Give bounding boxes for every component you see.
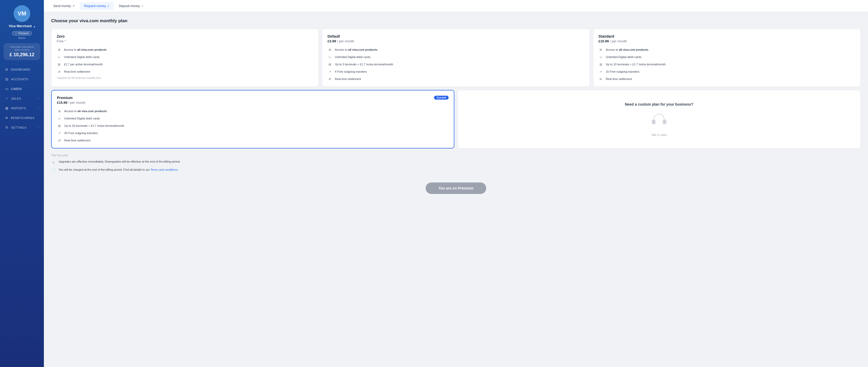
balance-label: AVAILABLE BALANCE bbox=[7, 46, 36, 48]
plan-feature: ▤ Up to 3 terminals + £1.7 /extra termin… bbox=[328, 62, 584, 67]
plan-name-standard: Standard bbox=[598, 34, 855, 38]
terminal-icon: ▤ bbox=[598, 62, 603, 67]
plan-feature: ▤ Up to 20 terminals + £1.7 /extra termi… bbox=[57, 123, 448, 128]
plan-feature: ▭ Unlimited Digital debit cards bbox=[57, 55, 313, 59]
plan-feature: ↗ 30 Free outgoing transfers bbox=[57, 131, 448, 135]
plan-feature: ⇄ Real time settlement bbox=[57, 138, 448, 143]
plans-top-row: Zero Free * ⊞ Access to all viva.com pro… bbox=[51, 29, 861, 87]
sidebar-item-sales[interactable]: ☆ SALES › bbox=[2, 94, 42, 103]
page-title: Choose your viva.com monthly plan bbox=[51, 18, 861, 24]
sidebar-item-reports[interactable]: ▦ REPORTS › bbox=[2, 104, 42, 113]
chevron-right-icon: › bbox=[38, 126, 39, 129]
plans-bottom-row: Premium £15.99 / per month Current ⊞ Acc… bbox=[51, 90, 861, 148]
deposit-money-label: Deposit money bbox=[119, 4, 140, 8]
settings-icon: ⚙ bbox=[5, 125, 9, 130]
chevron-right-icon: › bbox=[38, 107, 39, 110]
plan-feature: ▤ £1.7 per active terminal/month bbox=[57, 62, 313, 67]
grid-icon: ⊞ bbox=[57, 47, 61, 52]
deposit-money-button[interactable]: Deposit money ✓ bbox=[115, 2, 148, 10]
settlement-icon: ⇄ bbox=[328, 77, 332, 81]
plan-price-standard: £10.99 / per month bbox=[598, 39, 855, 43]
request-money-button[interactable]: Request money ↙ bbox=[80, 2, 114, 10]
settlement-icon: ⇄ bbox=[598, 77, 603, 81]
fine-print-section: The fine print ⊙ Upgrades are effective … bbox=[51, 154, 861, 173]
terminal-icon: ▤ bbox=[57, 123, 62, 128]
sidebar-item-label: CARDS bbox=[11, 87, 22, 90]
plan-name-default: Default bbox=[328, 34, 584, 38]
reports-icon: ▦ bbox=[5, 106, 9, 110]
topbar: Send money ↗ Request money ↙ Deposit mon… bbox=[44, 0, 868, 12]
plan-feature: ▭ Unlimited Digital debit cards bbox=[328, 55, 584, 59]
plan-header-standard: Standard £10.99 / per month bbox=[598, 34, 855, 43]
current-badge: Current bbox=[434, 96, 448, 100]
bottom-bar: You are on Premium bbox=[51, 178, 861, 198]
heart-icon: ♡ bbox=[15, 32, 17, 35]
request-money-label: Request money bbox=[84, 4, 106, 8]
sidebar-item-dashboard[interactable]: ⊞ DASHBOARD bbox=[2, 65, 42, 74]
plan-features-default: ⊞ Access to all viva.com products ▭ Unli… bbox=[328, 47, 584, 81]
plan-feature: ⊞ Access to all viva.com products bbox=[598, 47, 855, 52]
card-icon: ▭ bbox=[328, 55, 332, 59]
cards-icon: ▭ bbox=[5, 87, 9, 91]
dashboard-icon: ⊞ bbox=[5, 67, 8, 72]
sidebar-item-accounts[interactable]: ▤ ACCOUNTS bbox=[2, 75, 42, 84]
sidebar-item-label: REPORTS bbox=[11, 107, 26, 110]
plan-note-zero: *requires £3.99 minimum monthly fees bbox=[57, 77, 313, 80]
doc-icon: 📄 bbox=[51, 168, 56, 173]
sidebar: VM Viva Merchant ▾ ♡ Premium Admin AVAIL… bbox=[0, 0, 44, 367]
terminal-icon: ▤ bbox=[328, 62, 332, 67]
premium-badge: ♡ Premium bbox=[12, 31, 32, 35]
fine-print-item-2: 📄 You will be charged at the end of the … bbox=[51, 168, 861, 173]
sidebar-item-label: ACCOUNTS bbox=[11, 78, 28, 81]
plan-feature: ▭ Unlimited Digital debit cards bbox=[57, 116, 448, 121]
send-money-label: Send money bbox=[53, 4, 71, 8]
dropdown-arrow-icon[interactable]: ▾ bbox=[34, 25, 35, 28]
card-icon: ▭ bbox=[57, 55, 61, 59]
sidebar-nav: ⊞ DASHBOARD ▤ ACCOUNTS ▭ CARDS ☆ SALES ›… bbox=[0, 65, 44, 133]
you-are-on-premium-button[interactable]: You are on Premium bbox=[426, 182, 486, 194]
card-icon: ▭ bbox=[57, 116, 62, 121]
plan-price-zero: Free * bbox=[57, 39, 313, 43]
sidebar-item-beneficiaries[interactable]: ⊕ BENEFICIARIES bbox=[2, 113, 42, 122]
card-icon: ▭ bbox=[598, 55, 603, 59]
plan-header-zero: Zero Free * bbox=[57, 34, 313, 43]
content-area: Choose your viva.com monthly plan Zero F… bbox=[44, 12, 868, 367]
plan-feature: ▤ Up to 10 terminals + £1.7 /extra termi… bbox=[598, 62, 855, 67]
talk-to-sales-label: Talk to sales bbox=[651, 133, 667, 137]
fine-print-item-1: ⊙ Upgrades are effective immediately. Do… bbox=[51, 160, 861, 165]
sidebar-item-cards[interactable]: ▭ CARDS bbox=[2, 84, 42, 93]
admin-label: Admin bbox=[18, 36, 26, 39]
terms-link[interactable]: Terms and conditions. bbox=[150, 168, 178, 171]
terminal-icon: ▤ bbox=[57, 62, 61, 67]
plan-feature: ▭ Unlimited Digital debit cards bbox=[598, 55, 855, 59]
plan-feature: ⊞ Access to all viva.com products bbox=[328, 47, 584, 52]
plan-feature: ⊞ Access to all viva.com products bbox=[57, 109, 448, 113]
balance-sub: (Base currency) bbox=[7, 49, 36, 51]
plan-features-premium: ⊞ Access to all viva.com products ▭ Unli… bbox=[57, 109, 448, 143]
balance-box: AVAILABLE BALANCE (Base currency) £ 10,2… bbox=[4, 43, 40, 60]
plan-price-default: £3.99 / per month bbox=[328, 39, 584, 43]
plan-header-premium: Premium £15.99 / per month Current bbox=[57, 96, 448, 105]
fine-print-text-1: Upgrades are effective immediately. Down… bbox=[59, 160, 181, 163]
sidebar-item-label: BENEFICIARIES bbox=[11, 116, 34, 119]
plan-card-default: Default £3.99 / per month ⊞ Access to al… bbox=[322, 29, 590, 87]
plan-price-premium: £15.99 / per month bbox=[57, 101, 85, 105]
clock-icon: ⊙ bbox=[51, 160, 56, 165]
sales-icon: ☆ bbox=[5, 96, 9, 101]
fine-print-text-2: You will be charged at the end of the bi… bbox=[59, 168, 178, 171]
plan-card-custom: Need a custom plan for your business? Ta… bbox=[458, 90, 861, 148]
plan-name-premium: Premium bbox=[57, 96, 85, 100]
plan-features-zero: ⊞ Access to all viva.com products ▭ Unli… bbox=[57, 47, 313, 74]
plan-name-zero: Zero bbox=[57, 34, 313, 38]
chevron-right-icon: › bbox=[38, 97, 39, 100]
fine-print-title: The fine print bbox=[51, 154, 861, 157]
custom-plan-title: Need a custom plan for your business? bbox=[625, 102, 693, 106]
sidebar-item-label: DASHBOARD bbox=[11, 68, 30, 71]
sidebar-item-settings[interactable]: ⚙ SETTINGS › bbox=[2, 123, 42, 132]
settlement-icon: ⇄ bbox=[57, 69, 61, 74]
transfer-icon: ↗ bbox=[57, 131, 62, 135]
plan-features-standard: ⊞ Access to all viva.com products ▭ Unli… bbox=[598, 47, 855, 81]
main-content: Send money ↗ Request money ↙ Deposit mon… bbox=[44, 0, 868, 367]
send-money-button[interactable]: Send money ↗ bbox=[49, 2, 79, 10]
svg-rect-1 bbox=[663, 120, 665, 124]
